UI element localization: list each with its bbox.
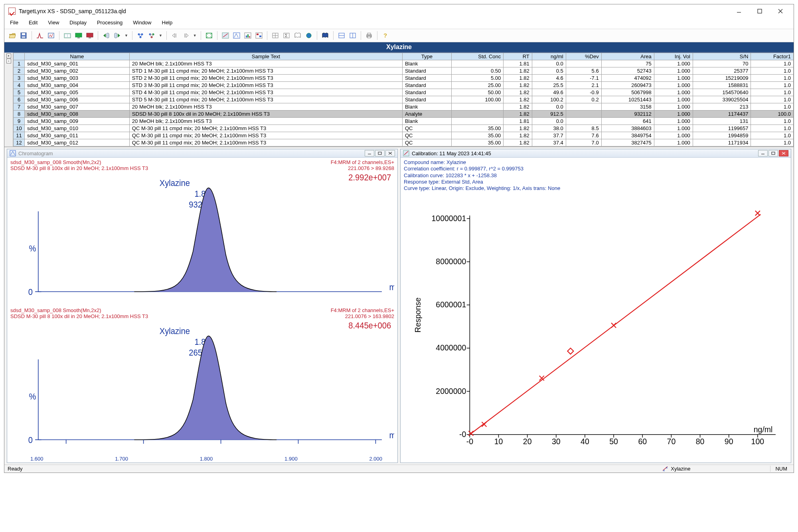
table-cell[interactable]: 3884603 [601,125,654,132]
table-cell[interactable]: 1.0 [751,89,794,96]
table-cell[interactable] [566,111,601,118]
menu-display[interactable]: Display [65,19,91,26]
menu-view[interactable]: View [44,19,63,26]
table-cell[interactable]: 25.00 [451,82,504,89]
table-cell[interactable]: 35.00 [451,139,504,146]
chromatogram-plot-1[interactable]: sdsd_M30_samp_008 Smooth(Mn,2x2)F4:MRM o… [10,159,394,307]
table-cell[interactable]: 7 [14,103,25,111]
table-cell[interactable]: 912.5 [532,111,566,118]
table-cell[interactable]: 15219009 [693,75,751,82]
table-cell[interactable]: QC M-30 pill 11 cmpd mix; 20 MeOH; 2.1x1… [129,125,402,132]
table-cell[interactable]: 1.000 [654,139,693,146]
table-cell[interactable]: 1.81 [504,60,532,67]
prev-vial-icon[interactable] [101,31,111,40]
table-cell[interactable]: 1.82 [504,103,532,111]
table-cell[interactable]: 35.00 [451,132,504,139]
table-cell[interactable]: 5.6 [566,67,601,75]
table-cell[interactable]: 1.000 [654,111,693,118]
report-layout-icon[interactable] [63,31,72,40]
table-cell[interactable]: 11 [14,132,25,139]
table-cell[interactable]: 1.000 [654,89,693,96]
table-cell[interactable]: 1.82 [504,132,532,139]
table-cell[interactable]: 1.82 [504,82,532,89]
table-cell[interactable]: 1.0 [751,82,794,89]
menu-edit[interactable]: Edit [25,19,41,26]
table-cell[interactable]: 5.00 [451,75,504,82]
table-row[interactable]: 12sdsd_M30_samp_012QC M-30 pill 11 cmpd … [14,139,794,146]
prev-peak-icon[interactable] [170,31,180,40]
panel-minimize-button[interactable] [758,150,768,156]
table-cell[interactable]: 1.0 [751,67,794,75]
col-header[interactable] [14,53,25,60]
table-cell[interactable]: 2609473 [601,82,654,89]
col-header[interactable]: Factor1 [751,53,794,60]
table-cell[interactable]: 3827475 [601,139,654,146]
table-cell[interactable]: 1.000 [654,132,693,139]
col-header[interactable]: Sample Text [129,53,402,60]
table-cell[interactable] [451,60,504,67]
table-cell[interactable]: 49.6 [532,89,566,96]
table-cell[interactable]: 1 [14,60,25,67]
table-row[interactable]: 2sdsd_M30_samp_002STD 1 M-30 pill 11 cmp… [14,67,794,75]
table-cell[interactable]: 1.82 [504,75,532,82]
col-header[interactable]: Std. Conc [451,53,504,60]
vial-dropdown-icon[interactable]: ▼ [124,34,129,38]
table-cell[interactable] [566,60,601,67]
table-cell[interactable]: 20 MeOH blk; 2.1x100mm HSS T3 [129,60,402,67]
panel-close-button[interactable] [779,150,788,156]
table-cell[interactable] [451,118,504,125]
molecule-dropdown-icon[interactable]: ▼ [158,34,163,38]
minimize-button[interactable] [732,7,746,16]
table-cell[interactable]: 100.00 [451,96,504,103]
table-cell[interactable]: 3849754 [601,132,654,139]
table-cell[interactable] [566,118,601,125]
col-header[interactable]: Name [25,53,130,60]
table-cell[interactable]: 4 [14,82,25,89]
table-cell[interactable]: 12 [14,139,25,146]
table-cell[interactable]: 154570640 [693,89,751,96]
handle-close-icon[interactable]: × [6,53,11,58]
table-cell[interactable]: 1.82 [504,89,532,96]
next-vial-icon[interactable] [113,31,122,40]
table-cell[interactable]: sdsd_M30_samp_003 [25,75,130,82]
table-cell[interactable]: Blank [402,118,451,125]
integrate-icon[interactable] [35,31,45,40]
table-row[interactable]: 4sdsd_M30_samp_004STD 3 M-30 pill 11 cmp… [14,82,794,89]
table-cell[interactable]: STD 1 M-30 pill 11 cmpd mix; 20 MeOH; 2.… [129,67,402,75]
table-cell[interactable]: 1199657 [693,125,751,132]
table-cell[interactable]: sdsd_M30_samp_010 [25,125,130,132]
sigma-icon[interactable]: Σ [282,31,291,40]
table-cell[interactable]: 10251443 [601,96,654,103]
table-cell[interactable]: 1.0 [751,60,794,67]
table-cell[interactable]: sdsd_M30_samp_009 [25,118,130,125]
table-cell[interactable]: STD 5 M-30 pill 11 cmpd mix; 20 MeOH; 2.… [129,96,402,103]
process-icon[interactable] [46,31,56,40]
col-header[interactable]: Area [601,53,654,60]
sample-table-wrap[interactable]: NameSample TextTypeStd. ConcRTng/ml%DevA… [13,53,794,146]
table-row[interactable]: 1sdsd_M30_samp_00120 MeOH blk; 2.1x100mm… [14,60,794,67]
table-cell[interactable]: STD 4 M-30 pill 11 cmpd mix; 20 MeOH; 2.… [129,89,402,96]
help-icon[interactable]: ? [381,31,390,40]
table-cell[interactable]: 1171934 [693,139,751,146]
table-cell[interactable]: 9 [14,118,25,125]
table-cell[interactable]: 1.000 [654,96,693,103]
table-cell[interactable]: Standard [402,82,451,89]
table-cell[interactable]: 2 [14,67,25,75]
table-cell[interactable]: sdsd_M30_samp_011 [25,132,130,139]
bar-plot-icon[interactable] [243,31,253,40]
table-cell[interactable]: 1.000 [654,82,693,89]
menu-help[interactable]: Help [158,19,177,26]
table-cell[interactable]: sdsd_M30_samp_008 [25,111,130,118]
col-header[interactable]: %Dev [566,53,601,60]
close-button[interactable] [774,7,787,16]
table-cell[interactable]: SDSD M-30 pill 8 100x dil in 20 MeOH; 2.… [129,111,402,118]
book-icon[interactable] [293,31,302,40]
molecule-multi-icon[interactable] [147,31,156,40]
table-cell[interactable]: 0.0 [532,60,566,67]
table-cell[interactable] [451,111,504,118]
table-row[interactable]: 5sdsd_M30_samp_005STD 4 M-30 pill 11 cmp… [14,89,794,96]
table-cell[interactable]: 37.4 [532,139,566,146]
manual-icon[interactable] [320,31,330,40]
table-cell[interactable]: Standard [402,75,451,82]
table-cell[interactable]: Standard [402,96,451,103]
